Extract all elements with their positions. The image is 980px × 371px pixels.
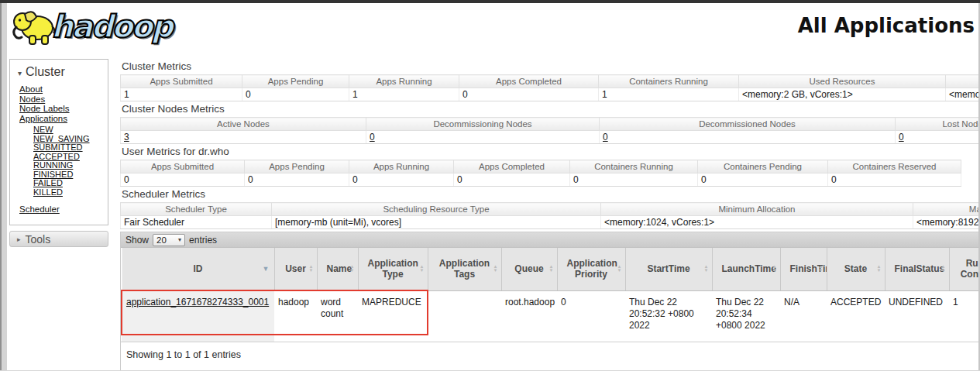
metrics-header-row: Scheduler TypeScheduling Resource TypeMi… bbox=[121, 203, 980, 216]
cluster-nav-box: ▾Cluster AboutNodesNode LabelsApplicatio… bbox=[9, 59, 108, 225]
cell-id: application_1671678274333_0001 bbox=[122, 290, 274, 335]
application-link[interactable]: application_1671678274333_0001 bbox=[126, 297, 269, 307]
user-metrics-table-col-6: Containers Reserved bbox=[828, 160, 961, 173]
scheduler-metrics-table-col-3: Maximum Allocation bbox=[913, 203, 980, 216]
cluster-nodes-metrics-table-value-link-2[interactable]: 0 bbox=[603, 132, 608, 143]
sidebar-link-failed[interactable]: FAILED bbox=[33, 178, 63, 187]
scheduler-metrics-table: Scheduler TypeScheduling Resource TypeMi… bbox=[120, 202, 980, 229]
applications-datatable: Show 20▾ entries ID▼ User▲▼ Name▲▼ Appli… bbox=[120, 232, 980, 370]
cluster-nodes-metrics-table-col-3: Lost Nodes bbox=[896, 118, 980, 131]
sidebar-link-running[interactable]: RUNNING bbox=[33, 160, 73, 170]
user-metrics-table-col-1: Apps Pending bbox=[245, 160, 349, 173]
col-label-starttime: StartTime bbox=[647, 263, 689, 274]
column-header-launchtime[interactable]: LaunchTime▲▼ bbox=[712, 248, 780, 290]
column-header-queue[interactable]: Queue▲▼ bbox=[501, 248, 557, 290]
cluster-section-header[interactable]: ▾Cluster bbox=[18, 65, 103, 79]
main-content: Cluster Metrics Apps SubmittedApps Pendi… bbox=[116, 59, 980, 370]
column-header-name[interactable]: Name▲▼ bbox=[317, 248, 358, 290]
column-header-user[interactable]: User▲▼ bbox=[274, 248, 317, 290]
cluster-nodes-metrics-table-value-link-3[interactable]: 0 bbox=[899, 132, 904, 143]
col-label-running-containers: Running Containers bbox=[961, 258, 980, 280]
cluster-nodes-metrics-table-col-2: Decommissioned Nodes bbox=[600, 118, 896, 131]
column-header-starttime[interactable]: StartTime▲▼ bbox=[625, 248, 712, 290]
column-header-state[interactable]: State▲▼ bbox=[827, 248, 885, 290]
hadoop-logo: hadoop bbox=[11, 4, 172, 49]
cluster-nodes-metrics-table-col-0: Active Nodes bbox=[121, 118, 366, 131]
list-item: Node Labels bbox=[19, 104, 103, 114]
scheduler-metrics-table-col-1: Scheduling Resource Type bbox=[272, 203, 601, 216]
hadoop-elephant-icon bbox=[11, 6, 56, 46]
sidebar-link-finished[interactable]: FINISHED bbox=[33, 170, 73, 179]
sidebar-link-submitted[interactable]: SUBMITTED bbox=[33, 143, 83, 152]
cluster-metrics-table-value-4: 1 bbox=[599, 88, 739, 101]
sidebar-link-nodes[interactable]: Nodes bbox=[19, 94, 45, 104]
list-item: About bbox=[19, 84, 103, 94]
sidebar-link-new-saving[interactable]: NEW_SAVING bbox=[33, 134, 90, 143]
user-metrics-table-col-2: Apps Running bbox=[349, 160, 454, 173]
expand-icon: ▸ bbox=[17, 235, 21, 243]
metrics-value-row: 3000 bbox=[121, 131, 980, 144]
sort-icon: ▲▼ bbox=[617, 265, 622, 273]
sidebar-link-scheduler[interactable]: Scheduler bbox=[19, 204, 60, 214]
cluster-metrics-table-value-3: 0 bbox=[459, 88, 599, 101]
user-metrics-table-col-5: Containers Pending bbox=[698, 160, 828, 173]
sidebar-link-node-labels[interactable]: Node Labels bbox=[19, 104, 70, 113]
column-header-application-type[interactable]: Application Type▲▼ bbox=[358, 248, 428, 290]
scheduler-metrics-table-col-2: Minimum Allocation bbox=[601, 203, 913, 216]
sidebar-link-about[interactable]: About bbox=[19, 84, 43, 94]
sort-icon: ▲▼ bbox=[704, 265, 709, 273]
cluster-metrics-heading: Cluster Metrics bbox=[122, 60, 980, 72]
show-entries-bar: Show 20▾ entries bbox=[121, 232, 980, 248]
scheduler-metrics-table-value-2: <memory:1024, vCores:1> bbox=[601, 216, 913, 229]
cluster-nav-list: AboutNodesNode LabelsApplications bbox=[19, 84, 103, 123]
cluster-nodes-metrics-table-value-link-1[interactable]: 0 bbox=[370, 132, 375, 143]
cluster-nodes-metrics-table: Active NodesDecommissioning NodesDecommi… bbox=[120, 117, 980, 144]
tools-section-label: Tools bbox=[26, 233, 51, 246]
cluster-nodes-metrics-table-value-link-0[interactable]: 3 bbox=[124, 132, 129, 143]
column-header-application-priority[interactable]: Application Priority▲▼ bbox=[557, 248, 625, 290]
col-label-user: User bbox=[285, 263, 306, 274]
metrics-header-row: Apps SubmittedApps PendingApps RunningAp… bbox=[121, 160, 961, 173]
col-label-application-priority: Application Priority bbox=[567, 258, 617, 280]
scheduler-metrics-table-value-1: [memory-mb (unit=Mi), vcores] bbox=[272, 216, 601, 229]
window-top-edge bbox=[0, 0, 980, 3]
list-item: Applications bbox=[19, 114, 103, 124]
column-header-finishtime[interactable]: FinishTime▲▼ bbox=[780, 248, 827, 290]
metrics-header-row: Active NodesDecommissioning NodesDecommi… bbox=[121, 118, 980, 131]
user-metrics-table-value-3: 0 bbox=[454, 173, 570, 187]
column-header-finalstatus[interactable]: FinalStatus▲▼ bbox=[885, 248, 949, 290]
cluster-metrics-table-col-0: Apps Submitted bbox=[121, 75, 242, 88]
cluster-nodes-metrics-table-cell-2: 0 bbox=[600, 131, 896, 144]
sort-icon: ▲▼ bbox=[350, 265, 355, 273]
sort-icon: ▲▼ bbox=[819, 265, 824, 273]
col-label-application-tags: Application Tags bbox=[439, 258, 490, 280]
sidebar-link-new[interactable]: NEW bbox=[33, 125, 53, 134]
cell-finalstatus: UNDEFINED bbox=[885, 290, 949, 335]
window-left-edge bbox=[0, 0, 7, 371]
cluster-metrics-table-value-6: <memo bbox=[946, 88, 980, 101]
user-metrics-table-value-5: 0 bbox=[698, 173, 828, 187]
sidebar-link-accepted[interactable]: ACCEPTED bbox=[33, 152, 80, 161]
column-header-application-tags[interactable]: Application Tags▲▼ bbox=[428, 248, 501, 290]
user-metrics-table-value-2: 0 bbox=[349, 173, 454, 187]
sort-icon: ▲▼ bbox=[941, 265, 946, 273]
page-title: All Applications bbox=[798, 14, 975, 37]
tools-section-header[interactable]: ▸Tools bbox=[9, 231, 108, 247]
sidebar: ▾Cluster AboutNodesNode LabelsApplicatio… bbox=[9, 59, 108, 247]
table-spacer-row bbox=[122, 335, 980, 342]
sidebar-link-applications[interactable]: Applications bbox=[19, 114, 67, 123]
scheduler-metrics-heading: Scheduler Metrics bbox=[122, 188, 980, 200]
user-metrics-table-col-4: Containers Running bbox=[570, 160, 698, 173]
column-header-id[interactable]: ID▼ bbox=[122, 248, 274, 290]
cluster-section-label: Cluster bbox=[26, 65, 65, 78]
page-size-select[interactable]: 20▾ bbox=[153, 234, 185, 246]
sidebar-link-killed[interactable]: KILLED bbox=[33, 187, 63, 197]
cluster-metrics-table-col-3: Apps Completed bbox=[459, 75, 599, 88]
show-label: Show bbox=[126, 235, 149, 246]
page-size-value: 20 bbox=[156, 235, 167, 245]
cell-name: word count bbox=[317, 290, 358, 335]
hadoop-logo-text: hadoop bbox=[51, 9, 172, 44]
cell-application-type: MAPREDUCE bbox=[358, 290, 428, 335]
cell-application-tags bbox=[428, 290, 501, 335]
column-header-running-containers[interactable]: Running Containers▲▼ bbox=[949, 248, 980, 290]
